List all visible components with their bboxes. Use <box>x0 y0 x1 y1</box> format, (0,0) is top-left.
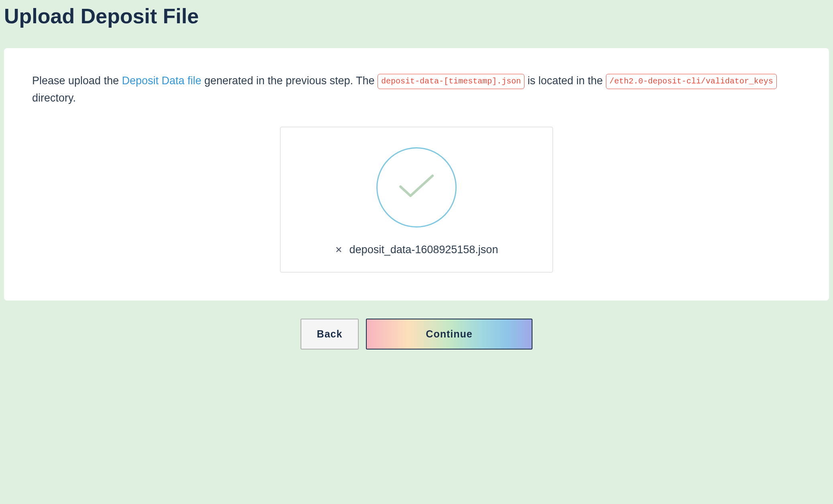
instruction-prefix: Please upload the <box>32 75 122 87</box>
uploaded-file-name: deposit_data-1608925158.json <box>349 244 498 256</box>
code-filename: deposit-data-[timestamp].json <box>378 74 524 89</box>
instruction-end: directory. <box>32 92 76 104</box>
back-button[interactable]: Back <box>301 319 359 350</box>
upload-dropzone[interactable]: ✕ deposit_data-1608925158.json <box>280 127 553 272</box>
page-title: Upload Deposit File <box>0 0 833 40</box>
checkmark-icon <box>396 173 437 201</box>
deposit-data-file-link[interactable]: Deposit Data file <box>122 75 201 87</box>
instruction-middle: is located in the <box>524 75 606 87</box>
remove-file-icon[interactable]: ✕ <box>335 246 342 254</box>
upload-card: Please upload the Deposit Data file gene… <box>4 48 829 301</box>
instruction-text: Please upload the Deposit Data file gene… <box>32 72 801 107</box>
continue-button[interactable]: Continue <box>366 319 532 350</box>
instruction-after-link: generated in the previous step. The <box>201 75 378 87</box>
success-circle-icon <box>376 147 457 228</box>
code-path: /eth2.0-deposit-cli/validator_keys <box>606 74 777 89</box>
button-row: Back Continue <box>0 319 833 362</box>
uploaded-file-row: ✕ deposit_data-1608925158.json <box>335 244 498 256</box>
